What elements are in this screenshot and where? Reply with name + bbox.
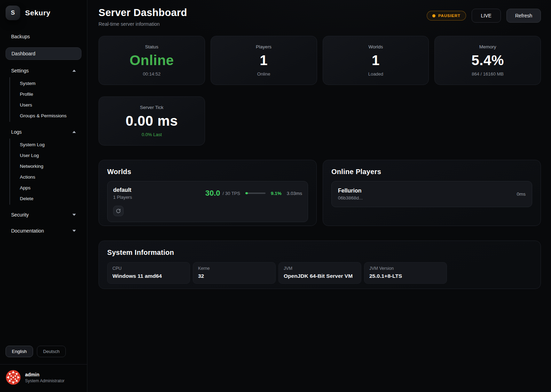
world-row-top: default 1 Players 30.0 / 30 TPS 9.1% 3.0… (113, 187, 302, 200)
sidebar-section-logs[interactable]: Logs (6, 126, 81, 138)
load-progress-bar (245, 193, 266, 194)
system-information-panel: System Information CPU Windows 11 amd64 … (99, 241, 541, 289)
header-actions: PAUSIERT LIVE Refresh (427, 9, 541, 23)
worlds-panel: Worlds default 1 Players 30.0 / 30 TPS (99, 160, 317, 226)
stat-label: Memory (479, 44, 496, 49)
player-row-inner: Fellurion 06b3868d... 0ms (337, 187, 526, 201)
player-uuid: 06b3868d... (338, 195, 363, 201)
world-actions (113, 206, 302, 216)
chevron-up-icon (72, 131, 76, 133)
status-dot-icon (432, 14, 435, 17)
page-header: Server Dashboard Real-time server inform… (99, 7, 541, 27)
sys-label: CPU (112, 266, 185, 271)
world-name: default (113, 187, 132, 193)
chevron-down-icon (72, 230, 76, 232)
world-reload-button[interactable] (113, 206, 124, 216)
user-profile[interactable]: admin System Administrator (0, 364, 87, 389)
stats-grid: Status Online 00:14:52 Players 1 Online … (99, 36, 541, 85)
app-root: S Sekury Backups Dashboard Settings Syst… (0, 0, 551, 392)
stat-card-worlds: Worlds 1 Loaded (323, 36, 429, 85)
stat-label: Worlds (368, 44, 383, 49)
paused-badge-label: PAUSIERT (438, 14, 461, 18)
load-progress-fill (245, 192, 248, 194)
sys-value-jvm-version: 25.0.1+8-LTS (369, 273, 442, 279)
stat-sub-uptime: 00:14:52 (143, 71, 161, 77)
refresh-button[interactable]: Refresh (506, 9, 541, 23)
world-player-count: 1 Players (113, 195, 132, 200)
player-ping: 0ms (517, 191, 526, 197)
stat-value-memory: 5.4% (472, 53, 504, 68)
sidebar-item-apps[interactable]: Apps (10, 182, 81, 193)
stat-value-status: Online (129, 53, 174, 68)
settings-sub-list: System Profile Users Groups & Permission… (9, 77, 81, 122)
load-percent: 9.1% (271, 191, 282, 196)
page-header-titles: Server Dashboard Real-time server inform… (99, 7, 187, 27)
system-info-grid: CPU Windows 11 amd64 Kerne 32 JVM OpenJD… (107, 262, 532, 284)
paused-status-badge: PAUSIERT (427, 11, 466, 21)
avatar (6, 370, 21, 385)
online-players-title: Online Players (331, 168, 532, 176)
stat-value-worlds: 1 (372, 53, 380, 68)
reload-icon (116, 209, 121, 213)
stat-sub-players: Online (257, 71, 270, 77)
sys-label: JVM Version (369, 266, 442, 271)
sidebar-section-documentation-label: Documentation (11, 228, 44, 234)
sidebar-item-users[interactable]: Users (10, 100, 81, 110)
sidebar-section-security-label: Security (11, 212, 29, 218)
sys-box-jvm-version: JVM Version 25.0.1+8-LTS (364, 262, 447, 284)
player-identity: Fellurion 06b3868d... (338, 188, 363, 201)
world-identity: default 1 Players (113, 187, 132, 200)
stat-sub-worlds: Loaded (368, 71, 383, 77)
main-content: Server Dashboard Real-time server inform… (87, 0, 551, 392)
sidebar-item-actions[interactable]: Actions (10, 172, 81, 182)
sys-label: Kerne (198, 266, 270, 271)
tick-row: Server Tick 0.00 ms 0.0% Last (99, 96, 541, 146)
tps-value: 30.0 (205, 189, 220, 198)
sidebar-section-settings[interactable]: Settings (6, 65, 81, 77)
sidebar-item-groups-permissions[interactable]: Groups & Permissions (10, 110, 81, 121)
sidebar-item-system-log[interactable]: System Log (10, 139, 81, 150)
stat-value-tick: 0.00 ms (126, 113, 178, 129)
sidebar-item-profile[interactable]: Profile (10, 89, 81, 100)
stat-sub-tick: 0.0% Last (142, 132, 162, 137)
stat-label: Server Tick (140, 105, 164, 110)
player-row: Fellurion 06b3868d... 0ms (331, 181, 532, 207)
sidebar-section-documentation[interactable]: Documentation (6, 225, 81, 237)
language-deutsch-button[interactable]: Deutsch (37, 346, 66, 357)
chevron-up-icon (72, 70, 76, 72)
sidebar-item-system[interactable]: System (10, 78, 81, 89)
brand-logo-icon: S (6, 6, 20, 20)
sys-box-cores: Kerne 32 (193, 262, 276, 284)
world-metrics: 30.0 / 30 TPS 9.1% 3.03ms (205, 189, 302, 198)
stat-card-server-tick: Server Tick 0.00 ms 0.0% Last (99, 96, 205, 146)
sidebar-item-backups[interactable]: Backups (6, 31, 81, 42)
language-english-button[interactable]: English (6, 346, 33, 357)
sidebar-nav: Backups Dashboard Settings System Profil… (6, 31, 81, 237)
stat-sub-memory: 864 / 16160 MB (472, 71, 504, 77)
worlds-panel-title: Worlds (107, 168, 308, 176)
panels-row: Worlds default 1 Players 30.0 / 30 TPS (99, 160, 541, 226)
sidebar-section-settings-label: Settings (11, 68, 29, 73)
sys-box-cpu: CPU Windows 11 amd64 (107, 262, 190, 284)
system-information-title: System Information (107, 249, 532, 257)
sys-value-cores: 32 (198, 273, 270, 279)
world-row: default 1 Players 30.0 / 30 TPS 9.1% 3.0… (107, 181, 308, 222)
chevron-down-icon (72, 214, 76, 216)
player-name: Fellurion (338, 188, 363, 194)
sys-box-jvm: JVM OpenJDK 64-Bit Server VM (278, 262, 361, 284)
stat-card-status: Status Online 00:14:52 (99, 36, 205, 85)
sys-value-cpu: Windows 11 amd64 (112, 273, 185, 279)
user-info: admin System Administrator (25, 372, 64, 383)
page-subtitle: Real-time server information (99, 21, 187, 27)
sidebar-section-security[interactable]: Security (6, 209, 81, 221)
sidebar-item-networking[interactable]: Networking (10, 161, 81, 172)
online-players-panel: Online Players Fellurion 06b3868d... 0ms (323, 160, 541, 226)
user-name: admin (25, 372, 64, 377)
sidebar-item-user-log[interactable]: User Log (10, 150, 81, 161)
sys-label: JVM (284, 266, 356, 271)
sidebar-item-delete[interactable]: Delete (10, 193, 81, 204)
sys-value-jvm: OpenJDK 64-Bit Server VM (284, 273, 356, 279)
page-title: Server Dashboard (99, 7, 187, 18)
sidebar-item-dashboard[interactable]: Dashboard (6, 47, 81, 60)
live-button[interactable]: LIVE (472, 9, 501, 23)
